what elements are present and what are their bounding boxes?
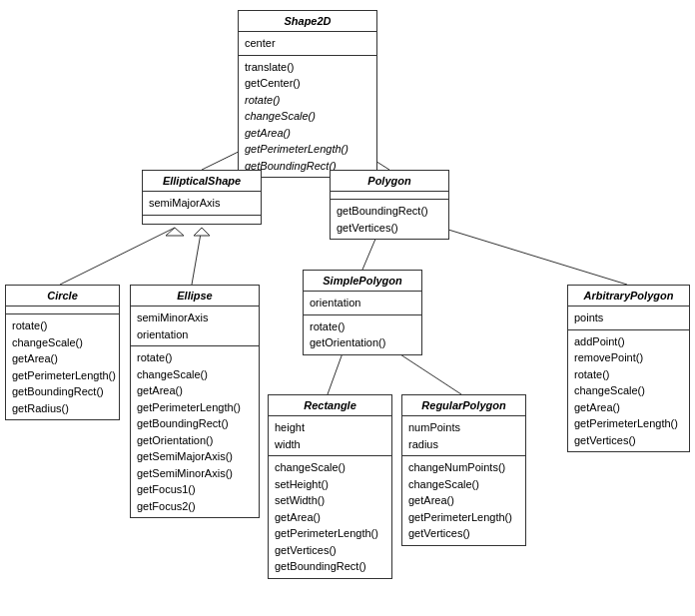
circle-name: Circle: [6, 286, 119, 307]
polygon-class: Polygon getBoundingRect()getVertices(): [330, 170, 449, 240]
polygon-attributes: [331, 192, 448, 200]
svg-line-4: [60, 228, 175, 285]
shape2d-methods: translate()getCenter()rotate()changeScal…: [239, 56, 376, 178]
arbitrary-polygon-methods: addPoint()removePoint()rotate()changeSca…: [568, 330, 689, 452]
regular-polygon-name: RegularPolygon: [402, 395, 525, 416]
simple-polygon-name: SimplePolygon: [304, 271, 421, 292]
circle-attributes: [6, 307, 119, 314]
elliptical-shape-name: EllipticalShape: [143, 171, 261, 192]
rectangle-name: Rectangle: [269, 395, 391, 416]
regular-polygon-methods: changeNumPoints()changeScale()getArea()g…: [402, 456, 525, 545]
svg-line-6: [192, 228, 202, 285]
rectangle-class: Rectangle heightwidth changeScale()setHe…: [268, 394, 392, 579]
elliptical-shape-attributes: semiMajorAxis: [143, 192, 261, 216]
rectangle-methods: changeScale()setHeight()setWidth()getAre…: [269, 456, 391, 578]
simple-polygon-methods: rotate()getOrientation(): [304, 315, 421, 354]
svg-marker-5: [166, 228, 184, 236]
simple-polygon-attributes: orientation: [304, 292, 421, 315]
circle-methods: rotate()changeScale()getArea()getPerimet…: [6, 314, 119, 419]
ellipse-class: Ellipse semiMinorAxisorientation rotate(…: [130, 285, 260, 518]
diagram: Shape2D center translate()getCenter()rot…: [0, 0, 695, 616]
ellipse-name: Ellipse: [131, 286, 259, 307]
simple-polygon-class: SimplePolygon orientation rotate()getOri…: [303, 270, 422, 355]
arbitrary-polygon-attributes: points: [568, 307, 689, 330]
shape2d-attributes: center: [239, 32, 376, 56]
arbitrary-polygon-class: ArbitraryPolygon points addPoint()remove…: [567, 285, 690, 452]
rectangle-attributes: heightwidth: [269, 416, 391, 456]
shape2d-name: Shape2D: [239, 11, 376, 32]
regular-polygon-attributes: numPointsradius: [402, 416, 525, 456]
ellipse-methods: rotate()changeScale()getArea()getPerimet…: [131, 346, 259, 517]
polygon-name: Polygon: [331, 171, 448, 192]
ellipse-attributes: semiMinorAxisorientation: [131, 307, 259, 346]
svg-marker-7: [194, 228, 210, 236]
shape2d-class: Shape2D center translate()getCenter()rot…: [238, 10, 377, 178]
arbitrary-polygon-name: ArbitraryPolygon: [568, 286, 689, 307]
elliptical-shape-class: EllipticalShape semiMajorAxis: [142, 170, 262, 225]
regular-polygon-class: RegularPolygon numPointsradius changeNum…: [401, 394, 526, 546]
elliptical-shape-methods: [143, 216, 261, 224]
circle-class: Circle rotate()changeScale()getArea()get…: [5, 285, 120, 420]
polygon-methods: getBoundingRect()getVertices(): [331, 200, 448, 239]
